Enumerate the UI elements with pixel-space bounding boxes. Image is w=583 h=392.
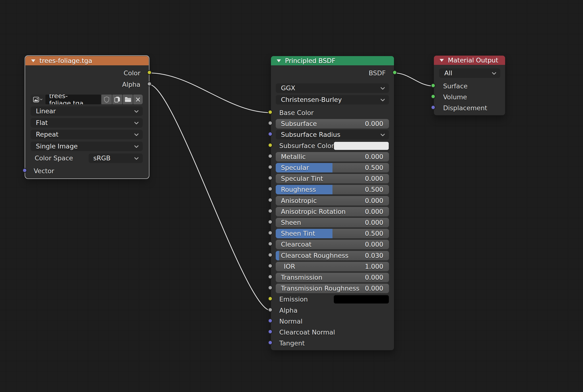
bsdf-param-row[interactable]: Sheen Tint 0.500 Sheen Tint [271, 229, 394, 238]
bsdf-param-row[interactable]: Clearcoat 0.000 Clearcoat [271, 240, 394, 249]
bsdf-param-row[interactable]: Subsurface 0.000 Subsurface [271, 119, 394, 128]
param-input-socket[interactable] [268, 143, 273, 148]
param-input-socket[interactable] [268, 242, 273, 246]
alpha-output-socket[interactable] [147, 82, 152, 86]
texture-node-header[interactable]: trees-foliage.tga [25, 56, 149, 65]
color-output-socket[interactable] [147, 70, 152, 75]
bsdf-param-row[interactable]: Transmission Roughness 0.000 Transmissio… [271, 284, 394, 293]
color-space-row: Color Space sRGB [25, 154, 149, 163]
bsdf-param-row[interactable]: Subsurface Color Subsurface Color [271, 141, 394, 150]
param-widget[interactable]: Transmission Roughness 0.000 [276, 284, 389, 293]
param-widget[interactable]: Specular Tint 0.000 [276, 174, 389, 184]
param-widget[interactable]: IOR 1.000 [276, 262, 389, 271]
param-input-socket[interactable] [268, 198, 273, 202]
bsdf-param-row[interactable]: Anisotropic 0.000 Anisotropic [271, 196, 394, 206]
source-dropdown[interactable]: Single Image [25, 142, 149, 151]
projection-dropdown[interactable]: Flat [25, 118, 149, 128]
unlink-image-button[interactable] [133, 94, 143, 104]
bsdf-param-row[interactable]: Metallic 0.000 Metallic [271, 152, 394, 162]
bsdf-output-socket[interactable] [392, 70, 397, 75]
bsdf-param-row[interactable]: Tangent Tangent [271, 338, 394, 348]
param-widget[interactable]: Clearcoat Roughness 0.030 [276, 251, 389, 260]
color-swatch[interactable] [334, 295, 389, 304]
param-input-socket[interactable] [268, 176, 273, 180]
param-widget[interactable]: Specular 0.500 [276, 163, 389, 172]
bsdf-param-row[interactable]: Subsurface Radius Subsurface Radius [271, 130, 394, 140]
chevron-down-icon [134, 157, 138, 160]
param-widget[interactable]: Anisotropic 0.000 [276, 196, 389, 206]
target-dropdown[interactable]: All [434, 68, 505, 78]
bsdf-param-row[interactable]: Emission Emission [271, 294, 394, 304]
param-input-socket[interactable] [268, 252, 273, 257]
chevron-down-icon [134, 110, 138, 112]
param-input-socket[interactable] [268, 308, 273, 312]
principled-bsdf-node[interactable]: Principled BSDF BSDF GGX Christensen-Bur… [271, 56, 394, 350]
param-input-socket[interactable] [268, 285, 273, 290]
param-widget[interactable]: Sheen Tint 0.500 [276, 229, 389, 238]
bsdf-param-row[interactable]: Specular Tint 0.000 Specular Tint [271, 174, 394, 184]
param-input-socket[interactable] [268, 220, 273, 224]
image-browse-button[interactable] [31, 94, 45, 104]
extension-dropdown[interactable]: Repeat [25, 130, 149, 139]
param-input-socket[interactable] [268, 274, 273, 279]
bsdf-param-row[interactable]: Clearcoat Normal Clearcoat Normal [271, 328, 394, 337]
param-input-socket[interactable] [268, 121, 273, 126]
volume-input-socket[interactable] [431, 94, 436, 99]
surface-input-socket[interactable] [431, 83, 436, 88]
param-input-socket[interactable] [268, 340, 273, 345]
param-input-socket[interactable] [268, 329, 273, 334]
output-row-color: Color [25, 68, 149, 78]
param-input-socket[interactable] [268, 208, 273, 213]
bsdf-param-row[interactable]: Roughness 0.500 Roughness [271, 185, 394, 194]
param-widget[interactable]: Subsurface 0.000 [276, 119, 389, 128]
color-swatch[interactable] [334, 142, 389, 150]
bsdf-param-row[interactable]: Base Color Base Color [271, 108, 394, 118]
bsdf-param-row[interactable]: Transmission 0.000 Transmission [271, 273, 394, 282]
image-name-field[interactable]: trees-foliage.tga [45, 94, 101, 104]
bsdf-param-row[interactable]: Normal Normal [271, 317, 394, 326]
param-widget[interactable]: Clearcoat 0.000 [276, 240, 389, 249]
subsurface-method-dropdown[interactable]: Christensen-Burley [271, 95, 394, 104]
node-editor-canvas[interactable]: { "editor": { "type_hint": "Blender shad… [0, 0, 583, 392]
image-texture-node[interactable]: trees-foliage.tga Color Alpha trees-foli… [25, 56, 149, 178]
param-input-socket[interactable] [268, 264, 273, 268]
vector-input-socket[interactable] [22, 168, 27, 173]
param-widget[interactable]: Sheen 0.000 [276, 218, 389, 227]
param-input-socket[interactable] [268, 154, 273, 158]
displacement-input-socket[interactable] [431, 105, 436, 110]
param-widget[interactable]: Roughness 0.500 [276, 185, 389, 194]
bsdf-node-title: Principled BSDF [285, 57, 335, 64]
param-widget[interactable]: Subsurface Radius [276, 130, 389, 140]
bsdf-param-row[interactable]: Clearcoat Roughness 0.030 Clearcoat Roug… [271, 251, 394, 260]
param-input-socket[interactable] [268, 296, 273, 301]
image-datablock-row: trees-foliage.tga [31, 94, 143, 104]
bsdf-param-row[interactable]: Sheen 0.000 Sheen [271, 218, 394, 227]
bsdf-param-row[interactable]: Specular 0.500 Specular [271, 163, 394, 172]
interpolation-dropdown[interactable]: Linear [25, 106, 149, 116]
output-row-alpha: Alpha [25, 80, 149, 89]
open-image-button[interactable] [123, 94, 133, 104]
param-widget[interactable]: Transmission 0.000 [276, 273, 389, 282]
fake-user-shield-button[interactable] [101, 94, 112, 104]
param-input-socket[interactable] [268, 318, 273, 323]
chevron-down-icon [381, 99, 385, 101]
collapse-triangle-icon[interactable] [31, 60, 35, 62]
output-node-header[interactable]: Material Output [434, 56, 505, 65]
param-input-socket[interactable] [268, 230, 273, 235]
param-widget[interactable]: Anisotropic Rotation 0.000 [276, 207, 389, 216]
bsdf-param-row[interactable]: Alpha Alpha [271, 306, 394, 315]
bsdf-node-header[interactable]: Principled BSDF [271, 56, 394, 65]
param-input-socket[interactable] [268, 186, 273, 191]
distribution-dropdown[interactable]: GGX [271, 84, 394, 93]
bsdf-param-row[interactable]: Anisotropic Rotation 0.000 Anisotropic R… [271, 207, 394, 216]
param-input-socket[interactable] [268, 165, 273, 170]
param-input-socket[interactable] [268, 132, 273, 136]
material-output-node[interactable]: Material Output All Surface Volume Displ… [434, 55, 505, 116]
collapse-triangle-icon[interactable] [440, 59, 444, 62]
param-input-socket[interactable] [268, 110, 273, 114]
color-space-dropdown[interactable]: sRGB [88, 154, 143, 163]
bsdf-param-row[interactable]: IOR 1.000 IOR [271, 262, 394, 271]
collapse-triangle-icon[interactable] [277, 60, 281, 62]
duplicate-image-button[interactable] [112, 94, 122, 104]
param-widget[interactable]: Metallic 0.000 [276, 152, 389, 162]
